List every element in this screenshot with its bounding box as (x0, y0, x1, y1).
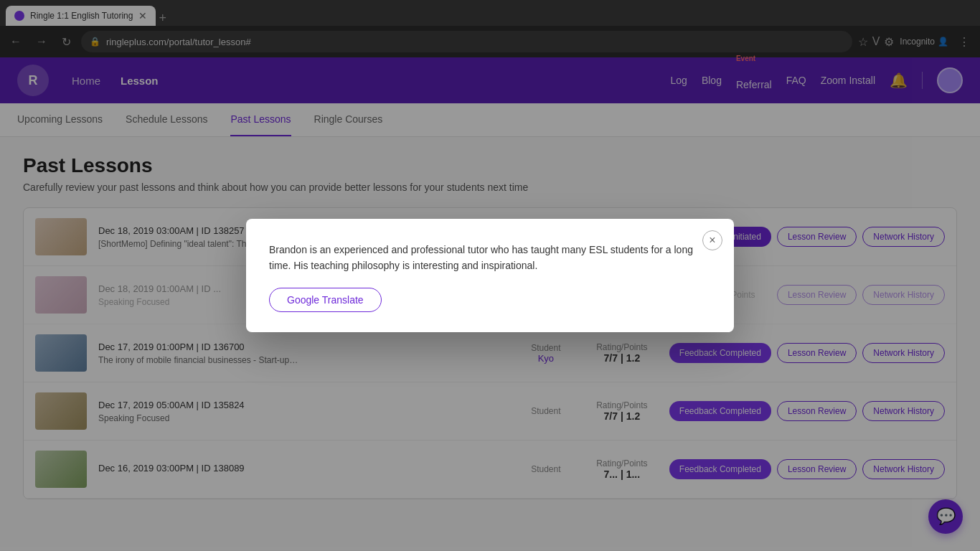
modal-close-button[interactable]: × (702, 230, 722, 250)
modal-text: Brandon is an experienced and profession… (269, 242, 711, 274)
modal-overlay[interactable]: × Brandon is an experienced and professi… (0, 0, 980, 551)
google-translate-button[interactable]: Google Translate (269, 288, 382, 312)
modal-box: × Brandon is an experienced and professi… (246, 219, 734, 333)
